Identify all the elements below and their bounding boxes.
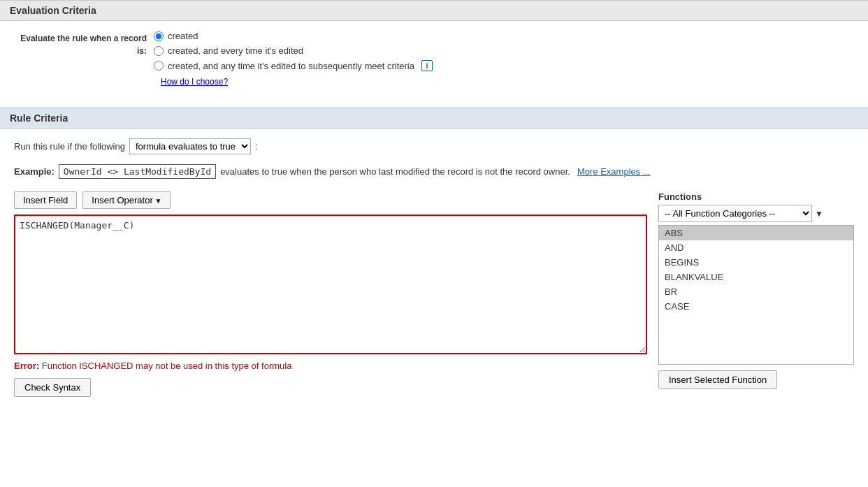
evaluate-label: Evaluate the rule when a record is: <box>14 31 154 57</box>
category-dropdown-arrow: ▼ <box>815 209 823 219</box>
example-row: Example: OwnerId <> LastModifiedById eva… <box>14 164 854 179</box>
radio-option-created-criteria[interactable]: created, and any time it's edited to sub… <box>154 60 433 71</box>
functions-category-select[interactable]: -- All Function Categories -- Date and T… <box>658 205 812 222</box>
run-rule-row: Run this rule if the following formula e… <box>14 138 854 154</box>
more-examples-link[interactable]: More Examples ... <box>577 166 651 177</box>
rule-criteria-header: Rule Criteria <box>0 108 868 129</box>
radio-created[interactable] <box>154 31 164 41</box>
functions-select-row: -- All Function Categories -- Date and T… <box>658 205 854 222</box>
run-rule-prefix: Run this rule if the following <box>14 141 125 152</box>
error-label: Error: <box>14 361 39 371</box>
radio-option-created-edited[interactable]: created, and every time it's edited <box>154 45 433 56</box>
function-item-and[interactable]: AND <box>659 240 853 255</box>
left-panel: Insert Field Insert Operator ISCHANGED(M… <box>14 191 647 397</box>
radio-created-criteria[interactable] <box>154 61 164 71</box>
example-code: OwnerId <> LastModifiedById <box>59 164 216 179</box>
example-label: Example: <box>14 166 55 177</box>
info-icon[interactable]: i <box>421 60 433 71</box>
function-item-case[interactable]: CASE <box>659 299 853 314</box>
function-item-abs[interactable]: ABS <box>659 226 853 240</box>
evaluation-criteria-title: Evaluation Criteria <box>10 5 96 16</box>
evaluate-options: created created, and every time it's edi… <box>154 31 433 71</box>
function-item-blankvalue[interactable]: BLANKVALUE <box>659 270 853 284</box>
formula-editor[interactable]: ISCHANGED(Manager__C) <box>14 215 647 354</box>
error-row: Error: Function ISCHANGED may not be use… <box>14 361 647 371</box>
radio-option-created[interactable]: created <box>154 31 433 41</box>
insert-field-button[interactable]: Insert Field <box>14 191 77 209</box>
how-do-i-choose-link[interactable]: How do I choose? <box>161 77 228 87</box>
insert-selected-function-button[interactable]: Insert Selected Function <box>658 370 777 389</box>
radio-created-edited[interactable] <box>154 46 164 56</box>
run-rule-suffix: : <box>255 141 258 152</box>
insert-operator-button[interactable]: Insert Operator <box>82 191 171 209</box>
example-text: evaluates to true when the person who la… <box>220 166 570 177</box>
button-row: Insert Field Insert Operator <box>14 191 647 209</box>
check-syntax-row: Check Syntax <box>14 378 647 397</box>
formula-area: Insert Field Insert Operator ISCHANGED(M… <box>14 191 854 397</box>
functions-panel: Functions -- All Function Categories -- … <box>658 191 854 389</box>
rule-criteria-title: Rule Criteria <box>10 112 68 124</box>
function-item-begins[interactable]: BEGINS <box>659 255 853 270</box>
check-syntax-button[interactable]: Check Syntax <box>14 378 91 397</box>
formula-evaluates-select[interactable]: formula evaluates to true criteria are m… <box>129 138 251 154</box>
functions-list[interactable]: ABS AND BEGINS BLANKVALUE BR CASE <box>658 225 854 365</box>
function-item-br[interactable]: BR <box>659 284 853 299</box>
evaluation-criteria-header: Evaluation Criteria <box>0 0 868 21</box>
functions-label: Functions <box>658 191 854 202</box>
error-text: Function ISCHANGED may not be used in th… <box>42 361 292 371</box>
